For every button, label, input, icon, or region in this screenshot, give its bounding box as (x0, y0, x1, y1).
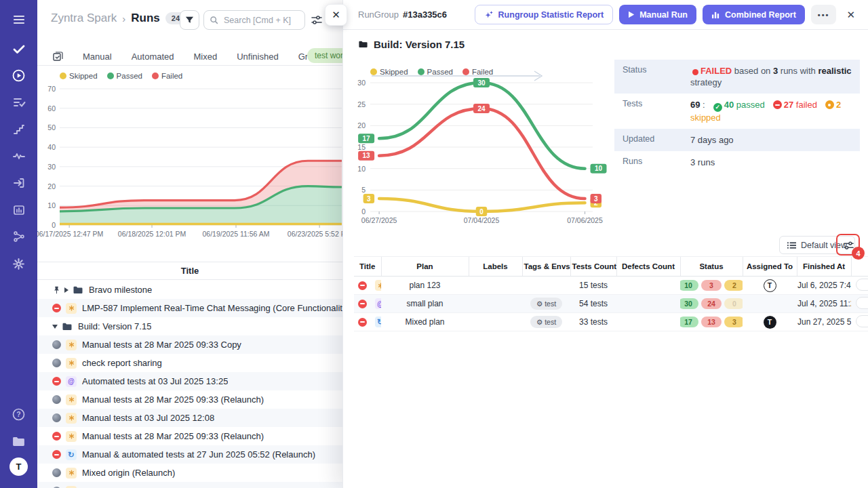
run-title: LMP-587 Implement Real-Time Chat Messagi… (82, 303, 342, 313)
runs-list-header: Title (37, 262, 342, 280)
column-header[interactable]: Assigned To (743, 257, 797, 277)
row-actions-cell[interactable] (851, 277, 868, 295)
summary-text: FAILED (701, 66, 732, 76)
column-header[interactable]: Finished At (797, 257, 851, 277)
assigned-cell (743, 295, 797, 313)
chevron-down-icon[interactable] (52, 325, 58, 329)
bar-chart-icon (711, 11, 720, 19)
list-item[interactable]: check report sharing (37, 354, 342, 372)
manual-run-button[interactable]: Manual Run (619, 5, 696, 24)
column-header[interactable]: Defects Count (616, 257, 680, 277)
legend-label: Failed (472, 68, 493, 76)
pulse-icon[interactable] (0, 146, 37, 166)
panel-close-button[interactable]: ✕ (325, 4, 347, 26)
mixed-run-icon: ↻ (66, 449, 77, 460)
steps-icon[interactable] (0, 119, 37, 140)
run-title: Automated tests at 03 Jul 2025 13:25 (82, 376, 228, 386)
analytics-icon[interactable] (0, 200, 37, 220)
list-item[interactable]: Bravo milestone (37, 281, 342, 299)
row-actions-button[interactable] (856, 279, 868, 291)
list-item[interactable]: LMP-587 Implement Real-Time Chat Messagi… (37, 299, 342, 317)
column-settings-button[interactable] (840, 237, 856, 253)
more-actions-button[interactable]: ••• (811, 5, 837, 24)
svg-text:40: 40 (47, 143, 56, 151)
list-item[interactable]: @Automated tests at 03 Jul 2025 13:25 (37, 372, 342, 390)
svg-text:06/17/2025 12:47 PM: 06/17/2025 12:47 PM (37, 230, 103, 238)
import-icon[interactable] (0, 173, 37, 193)
summary-text: passed (734, 100, 765, 110)
status-cell: 17133 (680, 313, 743, 331)
summary-label: Status (614, 65, 690, 88)
column-header[interactable]: Tags & Envs (522, 257, 570, 277)
statistic-report-button[interactable]: Rungroup Statistic Report (475, 5, 614, 24)
test-list-icon[interactable] (0, 92, 37, 113)
summary-label: Runs (614, 157, 690, 168)
summary-text: 27 (784, 100, 793, 110)
folder-icon (73, 285, 83, 296)
svg-text:17: 17 (363, 135, 371, 142)
user-avatar[interactable]: T (9, 458, 28, 476)
list-item[interactable] (37, 482, 342, 488)
list-item[interactable]: Manual tests at 03 Jul 2025 12:08 (37, 409, 342, 427)
column-header[interactable]: Title (354, 257, 381, 277)
legend-dot (418, 68, 425, 75)
table-row[interactable]: @small plan⚙ test54 tests30240Jul 4, 202… (354, 295, 868, 313)
status-pill-passed: 30 (680, 298, 698, 309)
dot-red-icon (692, 69, 698, 75)
tasks-check-icon[interactable] (0, 39, 37, 59)
list-item[interactable]: Manual tests at 28 Mar 2025 09:33 (Relau… (37, 390, 342, 409)
finished-at-cell: Jul 4, 2025 11:27 (797, 295, 851, 313)
row-actions-button[interactable] (856, 297, 868, 309)
summary-text: 40 (724, 100, 734, 110)
branches-icon[interactable] (0, 226, 37, 247)
combined-report-button[interactable]: Combined Report (703, 5, 805, 24)
manual-run-icon (66, 431, 77, 442)
list-item[interactable]: Manual tests at 28 Mar 2025 09:33 Copy (37, 336, 342, 354)
settings-gear-icon[interactable] (0, 253, 37, 274)
plan-cell[interactable]: plan 123 (381, 277, 469, 295)
svg-text:70: 70 (47, 85, 56, 93)
svg-text:30: 30 (47, 163, 56, 171)
defects-cell (616, 295, 680, 313)
plan-cell[interactable]: small plan (381, 295, 469, 313)
status-cell: 30240 (680, 295, 743, 313)
row-actions-cell[interactable] (851, 295, 868, 313)
column-header[interactable]: Status (680, 257, 743, 277)
manual-run-icon (66, 340, 77, 350)
summary-text: strategy (690, 77, 722, 87)
neutral-status-icon (52, 395, 61, 404)
table-row[interactable]: ↻Mixed plan⚙ test33 tests17133TJun 27, 2… (354, 313, 868, 331)
list-item[interactable]: Build: Version 7.15 (37, 317, 342, 336)
rungroup-detail-panel: RunGroup #13a335c6 Rungroup Statistic Re… (342, 0, 868, 488)
runs-play-icon[interactable] (0, 65, 37, 85)
list-item[interactable]: Manual tests at 28 Mar 2025 09:33 (Relau… (37, 427, 342, 445)
summary-text: skipped (690, 113, 721, 123)
manual-run-icon (66, 358, 77, 369)
table-row[interactable]: plan 12315 tests1032TJul 6, 2025 7:40 (354, 277, 868, 295)
env-tag[interactable]: ⚙ test (530, 316, 562, 328)
run-type-cell: @ (354, 295, 381, 313)
svg-text:30: 30 (357, 79, 366, 87)
detail-close-icon[interactable]: ✕ (842, 6, 859, 24)
row-actions-cell[interactable] (851, 313, 868, 331)
summary-text: based on (732, 66, 773, 76)
failed-status-icon (358, 281, 367, 290)
env-tag[interactable]: ⚙ test (530, 298, 562, 310)
column-header[interactable]: Labels (469, 257, 522, 277)
summary-value: 3 runs (690, 157, 722, 168)
column-header[interactable]: Tests Count (570, 257, 616, 277)
row-actions-button[interactable] (856, 315, 868, 327)
list-item[interactable]: ↻Manual & automated tests at 27 Jun 2025… (37, 445, 342, 464)
tags-cell: ⚙ test (522, 295, 570, 313)
summary-label: Updated (614, 134, 690, 146)
column-header[interactable]: Plan (381, 257, 469, 277)
list-item[interactable]: Mixed origin (Relaunch) (37, 464, 342, 482)
plan-cell[interactable]: Mixed plan (381, 313, 469, 331)
projects-folder-icon[interactable] (0, 431, 37, 451)
minus-red-icon (773, 100, 782, 109)
help-icon[interactable]: ? (0, 404, 37, 424)
menu-icon[interactable] (0, 9, 37, 30)
chevron-right-icon[interactable] (64, 287, 68, 293)
column-header-spacer (851, 257, 868, 277)
summary-text: runs with (778, 66, 818, 76)
